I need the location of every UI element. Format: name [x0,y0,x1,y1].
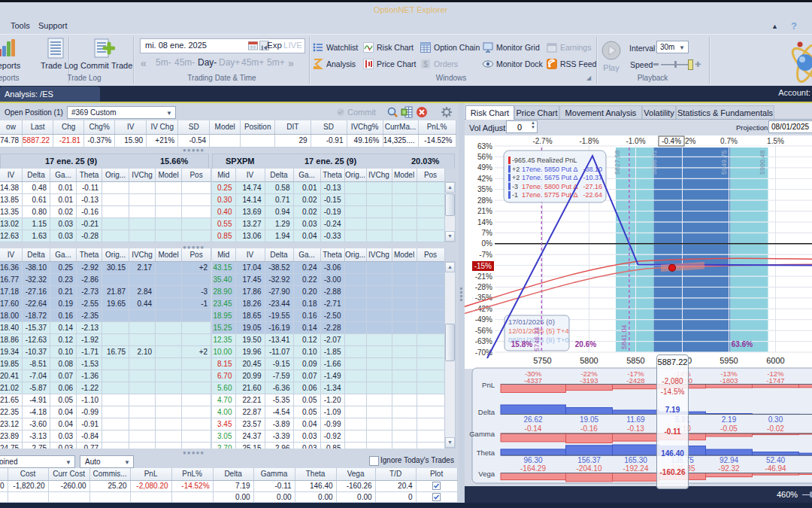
svg-text:-0.02: -0.02 [767,424,784,433]
svg-text:-1.0%: -1.0% [626,137,645,145]
svg-text:5990.48: 5990.48 [759,150,766,175]
svg-text:-28%: -28% [475,283,492,291]
svg-text:-49%: -49% [475,315,492,324]
svg-text:-3193: -3193 [580,376,598,385]
svg-text:-0.14: -0.14 [525,424,542,433]
svg-text:-164.29: -164.29 [520,464,546,473]
svg-text:-46.94: -46.94 [765,464,786,473]
svg-text:17ene. 5800 Put Δ: 17ene. 5800 Put Δ [522,183,578,190]
svg-text:2.19: 2.19 [722,415,737,424]
svg-text:42%: 42% [477,175,492,183]
svg-text:+2: +2 [512,166,520,173]
svg-text:5750: 5750 [533,356,551,365]
svg-text:165.30: 165.30 [624,456,647,464]
svg-text:-63%: -63% [475,337,492,345]
svg-text:6000: 6000 [766,356,784,365]
svg-text:-2428: -2428 [626,376,644,385]
svg-text:52.40: 52.40 [766,456,785,464]
svg-text:92.94: 92.94 [720,456,738,464]
svg-text:7%: 7% [482,229,493,237]
svg-text:5950: 5950 [720,356,738,365]
svg-text:-22.64: -22.64 [583,191,602,199]
svg-text:-204.10: -204.10 [577,464,602,473]
svg-text:96.30: 96.30 [523,456,542,464]
svg-text:63.6%: 63.6% [732,340,753,348]
svg-text:0.30: 0.30 [768,415,783,424]
svg-text:-3: -3 [512,183,518,190]
svg-text:-0.05: -0.05 [720,424,738,433]
svg-text:17/01/2025 (0): 17/01/2025 (0) [508,318,555,326]
svg-text:17ene. 5850 Put Δ: 17ene. 5850 Put Δ [522,166,578,173]
svg-text:5949.75: 5949.75 [720,150,728,175]
svg-text:-15%: -15% [474,262,492,270]
svg-text:0.7%: 0.7% [720,137,738,145]
svg-text:15.8%: 15.8% [511,340,532,348]
svg-text:-56%: -56% [475,327,492,335]
svg-text:49%: 49% [477,163,492,172]
svg-text:-965.45 Realized PnL: -965.45 Realized PnL [512,157,577,164]
svg-text:26.62: 26.62 [523,415,542,424]
svg-text:5746.34: 5746.34 [533,327,541,351]
svg-text:1.5%: 1.5% [767,137,784,145]
svg-text:-1.8%: -1.8% [579,137,598,145]
svg-text:Delta: Delta [478,408,495,416]
svg-text:-27.16: -27.16 [583,183,602,190]
svg-text:5841.04: 5841.04 [620,324,628,349]
svg-text:19.05: 19.05 [580,415,598,424]
svg-text:-1747: -1747 [766,376,784,385]
svg-text:+2: +2 [512,174,520,181]
svg-text:63%: 63% [477,142,492,151]
svg-text:11.69: 11.69 [626,415,645,424]
svg-text:20.6%: 20.6% [575,340,596,348]
svg-text:156.37: 156.37 [577,456,601,464]
svg-text:-0.4%: -0.4% [662,137,681,145]
svg-text:35%: 35% [477,185,492,193]
svg-text:5827.58: 5827.58 [614,150,621,175]
svg-text:21%: 21% [477,207,492,215]
svg-text:Gamma: Gamma [469,430,495,438]
svg-text:-1: -1 [512,191,518,199]
svg-text:PnL: PnL [482,381,495,389]
svg-text:Vega: Vega [478,470,495,478]
svg-text:-0.16: -0.16 [580,424,598,433]
svg-text:5868.31: 5868.31 [650,150,658,175]
svg-text:-7%: -7% [479,251,492,259]
svg-text:17ene. 5675 Put Δ: 17ene. 5675 Put Δ [522,174,578,181]
svg-text:56%: 56% [477,153,492,161]
svg-text:2%: 2% [685,137,696,145]
svg-text:17ene. 5775 Put Δ: 17ene. 5775 Put Δ [522,191,578,199]
svg-text:-21%: -21% [475,272,492,281]
svg-text:-4337: -4337 [524,376,542,385]
svg-text:5800: 5800 [580,356,598,365]
svg-text:5850: 5850 [626,356,644,365]
svg-text:$: $ [423,60,428,68]
svg-text:14%: 14% [477,218,492,227]
svg-text:-92.32: -92.32 [718,464,740,473]
svg-text:-0.13: -0.13 [627,424,644,433]
svg-text:28%: 28% [477,196,492,205]
svg-text:0%: 0% [482,239,493,248]
svg-text:-2.7%: -2.7% [532,137,552,145]
svg-text:-10.37: -10.37 [583,174,602,181]
svg-text:Theta: Theta [477,449,495,457]
svg-text:-192.24: -192.24 [623,464,649,473]
svg-text:-1803: -1803 [720,376,738,385]
